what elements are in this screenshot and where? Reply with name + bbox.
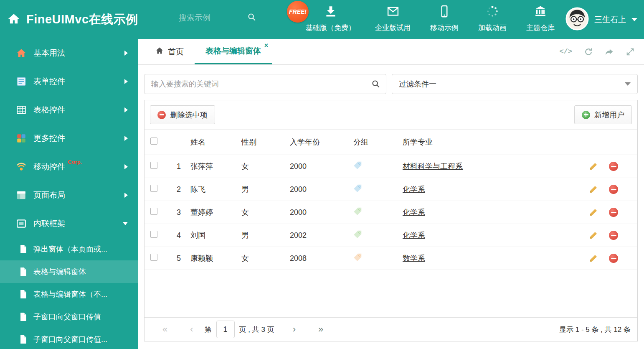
- cell-name: 董婷婷: [190, 207, 241, 217]
- last-page-button[interactable]: [307, 325, 335, 334]
- table-icon: [16, 104, 27, 115]
- first-page-button[interactable]: [151, 325, 179, 334]
- delete-icon[interactable]: [609, 231, 618, 240]
- next-page-button[interactable]: [281, 325, 307, 334]
- nav-item-mobile-demo[interactable]: 移动示例: [430, 5, 459, 33]
- major-link[interactable]: 数学系: [403, 254, 425, 262]
- source-code-icon[interactable]: [559, 48, 572, 56]
- row-number: 5: [167, 254, 190, 263]
- cell-year: 2000: [290, 162, 353, 171]
- chevron-down-icon: [123, 222, 128, 225]
- nav-label: 主题仓库: [526, 23, 555, 33]
- chevron-right-icon: [124, 51, 128, 56]
- signal-icon: [16, 161, 27, 172]
- corp-badge: Corp.: [68, 159, 82, 165]
- form-icon: [16, 76, 27, 87]
- sidebar-subitem-grid-edit-window-2[interactable]: 表格与编辑窗体（不...: [0, 283, 138, 306]
- table-row: 2 陈飞 男 2000 化学系: [145, 178, 637, 201]
- chevron-down-icon: [625, 82, 631, 86]
- edit-icon[interactable]: [589, 185, 598, 194]
- layout-icon: [16, 190, 27, 201]
- user-menu[interactable]: 三生石上: [565, 0, 637, 39]
- close-icon[interactable]: [264, 42, 268, 49]
- download-icon: [325, 5, 337, 19]
- column-header-gender[interactable]: 性别: [241, 137, 290, 147]
- share-icon[interactable]: [605, 47, 614, 56]
- tag-icon: [353, 207, 362, 216]
- nav-label: 加载动画: [478, 23, 507, 33]
- row-checkbox[interactable]: [150, 185, 157, 192]
- tabbar-tools: [559, 39, 644, 64]
- sidebar-item-basic-usage[interactable]: 基本用法: [0, 39, 138, 67]
- header-search: [179, 13, 256, 23]
- delete-icon[interactable]: [609, 185, 618, 194]
- column-header-major[interactable]: 所学专业: [403, 137, 589, 147]
- tab-grid-edit-window[interactable]: 表格与编辑窗体: [195, 39, 272, 64]
- nav-label: 移动示例: [430, 23, 459, 33]
- column-header-year[interactable]: 入学年份: [290, 137, 353, 147]
- delete-icon[interactable]: [609, 162, 618, 171]
- refresh-icon[interactable]: [584, 47, 593, 56]
- minus-circle-icon: [157, 111, 166, 119]
- major-link[interactable]: 化学系: [403, 231, 425, 239]
- app-logo[interactable]: FineUIMvc在线示例: [8, 0, 138, 39]
- filter-dropdown[interactable]: 过滤条件一: [392, 74, 638, 94]
- row-checkbox[interactable]: [150, 231, 157, 238]
- filter-dropdown-value: 过滤条件一: [399, 79, 436, 89]
- nav-item-basic-free[interactable]: 基础版（免费）: [306, 5, 355, 33]
- sidebar-item-inline-frame[interactable]: 内联框架: [0, 209, 138, 238]
- header-search-input[interactable]: [179, 13, 241, 23]
- keyword-search-input[interactable]: [144, 74, 386, 94]
- nav-item-theme-repo[interactable]: 主题仓库: [526, 5, 555, 33]
- sidebar-item-form-controls[interactable]: 表单控件: [0, 67, 138, 96]
- edit-icon[interactable]: [589, 208, 598, 217]
- edit-icon[interactable]: [589, 231, 598, 240]
- row-checkbox[interactable]: [150, 254, 157, 261]
- row-number: 3: [167, 208, 190, 217]
- app-title: FineUIMvc在线示例: [26, 11, 138, 28]
- nav-item-loading-animation[interactable]: 加载动画: [478, 5, 507, 33]
- delete-icon[interactable]: [609, 254, 618, 263]
- tab-home[interactable]: 首页: [145, 39, 195, 64]
- chevron-right-icon: [124, 136, 128, 141]
- add-user-button[interactable]: 新增用户: [574, 105, 632, 124]
- delete-icon[interactable]: [609, 208, 618, 217]
- expand-icon[interactable]: [626, 47, 635, 56]
- search-icon[interactable]: [371, 79, 380, 90]
- major-link[interactable]: 化学系: [403, 208, 425, 217]
- search-icon[interactable]: [247, 13, 256, 23]
- chevron-right-icon: [124, 193, 128, 198]
- sidebar-item-page-layout[interactable]: 页面布局: [0, 181, 138, 209]
- plus-circle-icon: [582, 111, 590, 119]
- major-link[interactable]: 材料科学与工程系: [403, 162, 463, 171]
- select-all-checkbox[interactable]: [150, 138, 157, 145]
- edit-icon[interactable]: [589, 162, 598, 171]
- column-header-group[interactable]: 分组: [353, 137, 403, 147]
- tag-icon: [353, 230, 362, 239]
- chevron-right-icon: [124, 164, 128, 169]
- prev-page-button[interactable]: [179, 325, 204, 334]
- sidebar-subitem-popup-window[interactable]: 弹出窗体（本页面或...: [0, 238, 138, 260]
- envelope-icon: [386, 5, 400, 19]
- page-number-input[interactable]: [216, 321, 235, 338]
- sidebar-subitem-child-to-parent-2[interactable]: 子窗口向父窗口传值...: [0, 328, 138, 349]
- cell-year: 2002: [290, 231, 353, 240]
- table-row: 3 董婷婷 女 2000 化学系: [145, 201, 637, 224]
- cell-year: 2000: [290, 208, 353, 217]
- chevron-right-icon: [124, 79, 128, 84]
- grid-toolbar: 删除选中项 新增用户: [145, 100, 637, 129]
- page-label-suffix: 页 , 共 3 页: [239, 325, 274, 334]
- cell-year: 2000: [290, 185, 353, 194]
- sidebar-subitem-grid-edit-window[interactable]: 表格与编辑窗体: [0, 260, 138, 283]
- nav-item-enterprise-trial[interactable]: 企业版试用: [375, 5, 411, 33]
- sidebar-item-more-controls[interactable]: 更多控件: [0, 124, 138, 153]
- delete-selected-button[interactable]: 删除选中项: [150, 105, 215, 124]
- major-link[interactable]: 化学系: [403, 185, 425, 194]
- column-header-name[interactable]: 姓名: [190, 137, 241, 147]
- row-checkbox[interactable]: [150, 162, 157, 169]
- sidebar-subitem-child-to-parent[interactable]: 子窗口向父窗口传值: [0, 306, 138, 328]
- edit-icon[interactable]: [589, 254, 598, 263]
- sidebar-item-grid-controls[interactable]: 表格控件: [0, 96, 138, 124]
- sidebar-item-mobile-controls[interactable]: 移动控件 Corp.: [0, 153, 138, 181]
- row-checkbox[interactable]: [150, 208, 157, 215]
